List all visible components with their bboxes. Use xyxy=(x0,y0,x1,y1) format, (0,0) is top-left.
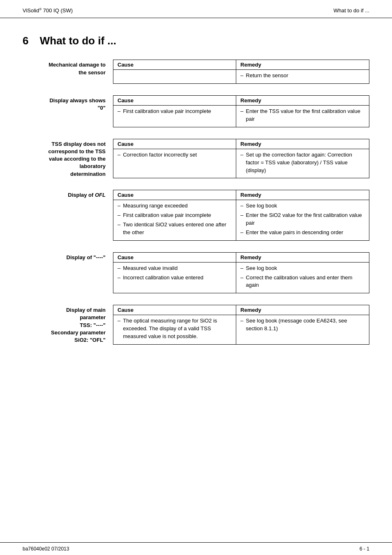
dash-icon: – xyxy=(118,202,120,210)
remedy-text: Return the sensor xyxy=(246,72,365,80)
remedy-item: – See log book xyxy=(240,202,365,210)
remedy-item: – See log book (message code EA6243, see… xyxy=(240,317,365,333)
dash-icon: – xyxy=(240,265,243,272)
remedy-item: – Enter the value pairs in descending or… xyxy=(240,229,365,237)
dash-icon: – xyxy=(240,72,243,80)
section-label-ofl: Display of OFL xyxy=(23,190,113,199)
ofl-italic: OFL xyxy=(95,192,106,198)
cause-cell-5: – Measured value invalid – Incorrect cal… xyxy=(113,262,236,293)
dash-icon: – xyxy=(240,229,243,237)
cause-cell-6: – The optical measuring range for SiO2 i… xyxy=(113,315,236,345)
cause-text: First calibration value pair incomplete xyxy=(123,212,232,219)
cause-text: The optical measuring range for SiO2 is … xyxy=(123,317,232,341)
dash-icon: – xyxy=(118,151,120,159)
remedy-item: – Enter the SiO2 value for the first cal… xyxy=(240,212,365,227)
page: ViSolid® 700 IQ (SW) What to do if ... 6… xyxy=(0,0,392,555)
cause-item: – Measuring range exceeded xyxy=(118,202,232,210)
dash-icon: – xyxy=(240,274,243,282)
dash-icon: – xyxy=(118,108,120,115)
remedy-item: – Correct the calibration values and ent… xyxy=(240,274,365,290)
table-row: – Correction factor incorrectly set – Se… xyxy=(113,149,369,178)
header-product-name: ViSolid® 700 IQ (SW) xyxy=(23,7,73,14)
cause-header-4: Cause xyxy=(113,190,236,200)
section-label-display-zero: Display always shows"0" xyxy=(23,95,113,112)
cause-text: First calibration value pair incomplete xyxy=(123,108,232,115)
remedy-header-5: Remedy xyxy=(236,252,369,262)
cause-header-2: Cause xyxy=(113,96,236,106)
dash-icon: – xyxy=(240,202,243,210)
section-table-display-zero: Cause Remedy – First calibration value p… xyxy=(113,95,369,127)
remedy-header-4: Remedy xyxy=(236,190,369,200)
section-label-tss-display: TSS display does notcorrespond to the TS… xyxy=(23,139,113,178)
remedy-text: Enter the TSS value for the first calibr… xyxy=(246,108,365,123)
remedy-item: – Set up the correction factor again: Co… xyxy=(240,151,365,175)
remedy-header-2: Remedy xyxy=(236,96,369,106)
remedy-item: – See log book xyxy=(240,265,365,272)
remedy-cell-6: – See log book (message code EA6243, see… xyxy=(236,315,369,345)
section-table-tss-display: Cause Remedy – Correction factor incorre… xyxy=(113,139,369,179)
remedy-text: Enter the SiO2 value for the first calib… xyxy=(246,212,365,227)
remedy-cell-2-1: – Enter the TSS value for the first cali… xyxy=(236,106,369,127)
section-label-main-secondary: Display of mainparameterTSS: "----"Secon… xyxy=(23,305,113,344)
section-tss-display: TSS display does notcorrespond to the TS… xyxy=(23,139,369,179)
cause-item: – Two identical SiO2 values entered one … xyxy=(118,221,232,237)
cause-cell-1-1 xyxy=(113,70,236,84)
section-table-ofl: Cause Remedy – Measuring range exceeded … xyxy=(113,190,369,240)
cause-header-6: Cause xyxy=(113,305,236,315)
dash-icon: – xyxy=(118,221,120,229)
cause-header-3: Cause xyxy=(113,139,236,149)
section-label-mechanical-damage: Mechanical damage tothe sensor xyxy=(23,60,113,76)
remedy-header-6: Remedy xyxy=(236,305,369,315)
dash-icon: – xyxy=(118,212,120,219)
chapter-title: 6 What to do if ... xyxy=(23,35,369,47)
dash-icon: – xyxy=(118,274,120,282)
table-row: – First calibration value pair incomplet… xyxy=(113,106,369,127)
remedy-cell-4: – See log book – Enter the SiO2 value fo… xyxy=(236,200,369,240)
remedy-item: – Return the sensor xyxy=(240,72,365,80)
section-display-zero: Display always shows"0" Cause Remedy – F… xyxy=(23,95,369,127)
cause-text: Measuring range exceeded xyxy=(123,202,232,210)
table-row: – Measuring range exceeded – First calib… xyxy=(113,200,369,240)
cause-text: Incorrect calibration value entered xyxy=(123,274,232,282)
cause-cell-3-1: – Correction factor incorrectly set xyxy=(113,149,236,178)
cause-cell-2-1: – First calibration value pair incomplet… xyxy=(113,106,236,127)
remedy-text: Enter the value pairs in descending orde… xyxy=(246,229,365,237)
remedy-cell-1-1: – Return the sensor xyxy=(236,70,369,84)
remedy-cell-3-1: – Set up the correction factor again: Co… xyxy=(236,149,369,178)
section-display-dashes: Display of "----" Cause Remedy – Measure… xyxy=(23,252,369,294)
table-row: – Return the sensor xyxy=(113,70,369,84)
cause-item: – First calibration value pair incomplet… xyxy=(118,108,232,115)
table-row: – Measured value invalid – Incorrect cal… xyxy=(113,262,369,293)
footer-page-number: 6 - 1 xyxy=(360,546,369,552)
dash-icon: – xyxy=(240,317,243,325)
chapter-title-text: What to do if ... xyxy=(40,35,116,47)
cause-item: – Incorrect calibration value entered xyxy=(118,274,232,282)
remedy-header-1: Remedy xyxy=(236,60,369,70)
cause-item: – The optical measuring range for SiO2 i… xyxy=(118,317,232,341)
section-display-main-secondary: Display of mainparameterTSS: "----"Secon… xyxy=(23,305,369,345)
section-label-dashes: Display of "----" xyxy=(23,252,113,261)
section-table-mechanical-damage: Cause Remedy – Return the sensor xyxy=(113,60,369,84)
chapter-number: 6 xyxy=(23,35,28,47)
dash-icon: – xyxy=(118,265,120,272)
dash-icon: – xyxy=(118,317,120,325)
cause-cell-4: – Measuring range exceeded – First calib… xyxy=(113,200,236,240)
section-display-ofl: Display of OFL Cause Remedy – Measuring … xyxy=(23,190,369,240)
main-content: 6 What to do if ... Mechanical damage to… xyxy=(0,18,392,381)
cause-header-1: Cause xyxy=(113,60,236,70)
dash-icon: – xyxy=(240,212,243,219)
remedy-text: See log book xyxy=(246,265,365,272)
cause-item: – First calibration value pair incomplet… xyxy=(118,212,232,219)
section-mechanical-damage: Mechanical damage tothe sensor Cause Rem… xyxy=(23,60,369,84)
page-header: ViSolid® 700 IQ (SW) What to do if ... xyxy=(0,0,392,18)
cause-item: – Correction factor incorrectly set xyxy=(118,151,232,159)
table-row: – The optical measuring range for SiO2 i… xyxy=(113,315,369,345)
header-registered-mark: ® xyxy=(39,7,42,11)
section-table-main-secondary: Cause Remedy – The optical measuring ran… xyxy=(113,305,369,345)
remedy-text: Correct the calibration values and enter… xyxy=(246,274,365,290)
remedy-cell-5: – See log book – Correct the calibration… xyxy=(236,262,369,293)
header-section-title: What to do if ... xyxy=(334,7,369,14)
dash-icon: – xyxy=(240,151,243,159)
remedy-text: See log book xyxy=(246,202,365,210)
section-table-dashes: Cause Remedy – Measured value invalid – xyxy=(113,252,369,294)
